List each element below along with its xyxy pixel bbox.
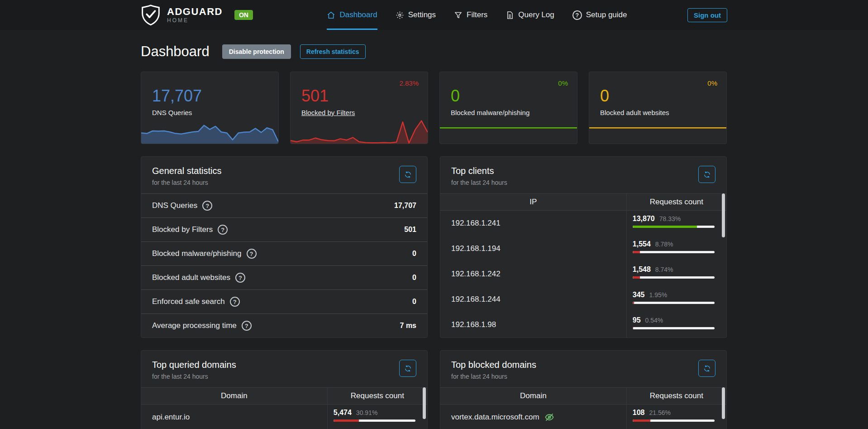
stat-label: Blocked adult websites — [600, 109, 669, 116]
domain-row: vortex.data.microsoft.com 10821.56% — [440, 405, 726, 429]
column-header-ip: IP — [440, 194, 626, 210]
request-count: 5,474 — [334, 409, 352, 417]
progress-bar — [633, 251, 715, 253]
stat-card-blocked-adult: 0% 0 Blocked adult websites — [589, 72, 727, 144]
general-statistics-panel: General statistics for the last 24 hours… — [141, 156, 428, 338]
domain-name[interactable]: vortex.data.microsoft.com — [451, 413, 539, 422]
brand-name: ADGUARD — [167, 6, 223, 17]
client-ip[interactable]: 192.168.1.98 — [440, 312, 626, 337]
vertical-scrollbar[interactable] — [423, 387, 426, 419]
column-header-requests: Requests count — [327, 388, 427, 404]
nav-item-query-log[interactable]: Query Log — [506, 0, 554, 30]
stat-row-label: DNS Queries — [152, 201, 197, 210]
column-header-domain: Domain — [141, 388, 327, 404]
client-ip[interactable]: 192.168.1.242 — [440, 261, 626, 287]
gear-icon — [396, 11, 404, 19]
domain-row: api.entur.io 5,47430.91% — [141, 405, 427, 429]
stat-row-value: 0 — [412, 274, 416, 282]
request-percent: 21.56% — [649, 409, 671, 416]
blocked-by-filters-link[interactable]: Blocked by Filters — [301, 109, 355, 116]
refresh-button[interactable] — [399, 166, 416, 183]
top-clients-panel: Top clients for the last 24 hours IP Req… — [440, 156, 727, 338]
help-icon[interactable]: ? — [242, 321, 252, 331]
nav-item-filters[interactable]: Filters — [454, 0, 487, 30]
progress-bar — [633, 327, 715, 329]
nav-item-label: Filters — [467, 10, 487, 19]
client-ip[interactable]: 192.168.1.241 — [440, 211, 626, 236]
help-icon[interactable]: ? — [235, 273, 245, 283]
request-percent: 8.78% — [655, 241, 673, 248]
stat-row-blocked-filters: Blocked by Filters? 501 — [141, 217, 427, 241]
request-percent: 78.33% — [659, 215, 681, 222]
stat-row-label: Blocked adult websites — [152, 273, 230, 282]
stat-row-value: 17,707 — [394, 202, 416, 210]
page-title: Dashboard — [141, 43, 210, 60]
vertical-scrollbar[interactable] — [722, 387, 725, 419]
column-header-requests: Requests count — [626, 388, 726, 404]
nav-item-settings[interactable]: Settings — [396, 0, 436, 30]
brand-sub: HOME — [167, 18, 223, 24]
stat-percent: 2.83% — [399, 79, 419, 87]
stat-label: DNS Queries — [152, 109, 192, 116]
domain-name[interactable]: api.entur.io — [141, 405, 327, 429]
stat-row-processing-time: Average processing time? 7 ms — [141, 313, 427, 337]
refresh-button[interactable] — [698, 360, 715, 377]
refresh-icon — [404, 365, 412, 372]
stat-row-value: 0 — [412, 250, 416, 258]
vertical-scrollbar[interactable] — [722, 193, 725, 237]
top-blocked-domains-panel: Top blocked domains for the last 24 hour… — [440, 350, 727, 429]
top-queried-domains-panel: Top queried domains for the last 24 hour… — [141, 350, 428, 429]
blocked-adult-sparkline — [589, 118, 726, 144]
nav-item-setup-guide[interactable]: ? Setup guide — [572, 0, 627, 30]
help-icon[interactable]: ? — [230, 297, 240, 307]
request-count: 13,870 — [633, 215, 655, 223]
nav-item-dashboard[interactable]: Dashboard — [327, 0, 377, 30]
client-row: 192.168.1.241 13,87078.33% — [440, 211, 726, 236]
table-header: Domain Requests count — [440, 387, 726, 405]
progress-bar — [633, 226, 715, 228]
eye-off-icon[interactable] — [544, 412, 555, 423]
help-icon[interactable]: ? — [202, 201, 212, 211]
nav-menu: Dashboard Settings Filters Query Log ? S… — [267, 0, 687, 30]
panel-subtitle: for the last 24 hours — [451, 373, 536, 380]
panel-title: Top queried domains — [152, 360, 236, 370]
request-percent: 1.95% — [649, 291, 668, 299]
stat-row-dns-queries: DNS Queries? 17,707 — [141, 193, 427, 217]
request-percent: 0.54% — [645, 317, 663, 324]
stat-value: 0 — [451, 87, 566, 106]
help-circle-icon: ? — [572, 10, 582, 20]
stat-row-label: Blocked malware/phishing — [152, 249, 242, 258]
refresh-icon — [404, 171, 412, 178]
refresh-button[interactable] — [698, 166, 715, 183]
client-ip[interactable]: 192.168.1.244 — [440, 287, 626, 312]
client-row: 192.168.1.242 1,5488.74% — [440, 261, 726, 287]
table-header: IP Requests count — [440, 193, 726, 211]
panel-subtitle: for the last 24 hours — [152, 373, 236, 380]
stat-row-value: 7 ms — [400, 322, 416, 330]
panel-title: General statistics — [152, 166, 221, 176]
dashboard-page: Dashboard Disable protection Refresh sta… — [141, 30, 727, 429]
client-ip[interactable]: 192.168.1.194 — [440, 236, 626, 261]
progress-bar — [633, 419, 715, 422]
help-icon[interactable]: ? — [218, 225, 228, 235]
protection-status-badge: ON — [234, 10, 253, 20]
panel-subtitle: for the last 24 hours — [152, 179, 221, 186]
nav-item-label: Settings — [408, 10, 436, 19]
blocked-malware-sparkline — [440, 118, 577, 144]
request-count: 108 — [633, 409, 645, 417]
stat-percent: 0% — [558, 79, 568, 87]
request-percent: 30.91% — [356, 409, 377, 416]
client-row: 192.168.1.194 1,5548.78% — [440, 236, 726, 261]
dns-queries-sparkline — [141, 118, 278, 144]
refresh-statistics-button[interactable]: Refresh statistics — [300, 44, 366, 59]
table-header: Domain Requests count — [141, 387, 427, 405]
help-icon[interactable]: ? — [247, 249, 257, 259]
request-count: 1,554 — [633, 240, 651, 248]
disable-protection-button[interactable]: Disable protection — [222, 44, 291, 59]
stat-row-safe-search: Enforced safe search? 0 — [141, 289, 427, 313]
refresh-button[interactable] — [399, 360, 416, 377]
stat-value: 17,707 — [152, 87, 267, 106]
sign-out-button[interactable]: Sign out — [687, 8, 727, 22]
stat-row-blocked-malware: Blocked malware/phishing? 0 — [141, 241, 427, 265]
column-header-domain: Domain — [440, 388, 626, 404]
